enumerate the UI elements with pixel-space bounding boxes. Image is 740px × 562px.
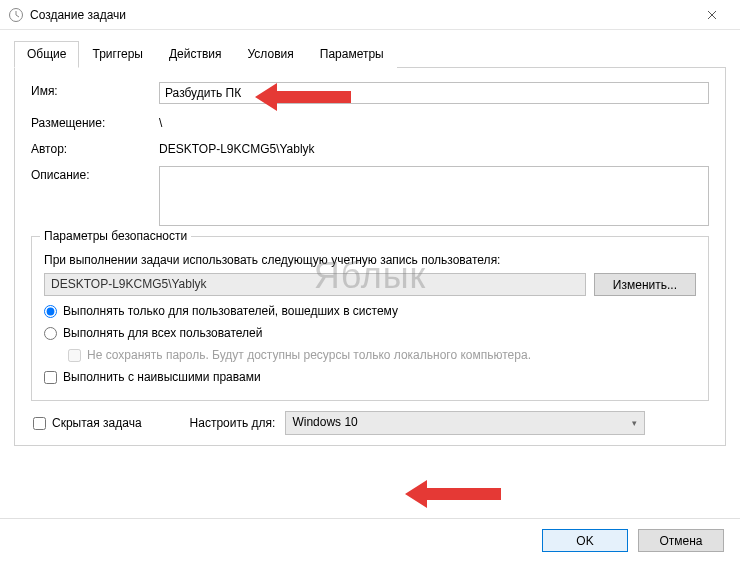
highest-privileges-label: Выполнить с наивысшими правами [63, 370, 261, 384]
security-group: Параметры безопасности При выполнении за… [31, 236, 709, 401]
tab-label: Общие [27, 47, 66, 61]
tab-label: Условия [248, 47, 294, 61]
security-desc: При выполнении задачи использовать следу… [44, 253, 696, 267]
tab-label: Параметры [320, 47, 384, 61]
annotation-arrow-icon [405, 474, 505, 514]
name-input[interactable] [159, 82, 709, 104]
tab-actions[interactable]: Действия [156, 41, 235, 68]
svg-marker-2 [405, 480, 501, 508]
highest-privileges-checkbox[interactable] [44, 371, 57, 384]
location-value: \ [159, 114, 162, 130]
account-field: DESKTOP-L9KCMG5\Yablyk [44, 273, 586, 296]
radio-logged-on-label: Выполнять только для пользователей, воше… [63, 304, 398, 318]
tab-label: Действия [169, 47, 222, 61]
close-button[interactable] [692, 1, 732, 29]
tab-body-general: Имя: Размещение: \ Автор: DESKTOP-L9KCMG… [14, 68, 726, 446]
cancel-button[interactable]: Отмена [638, 529, 724, 552]
hidden-task-checkbox[interactable] [33, 417, 46, 430]
author-label: Автор: [31, 140, 159, 156]
tab-label: Триггеры [92, 47, 143, 61]
tab-settings[interactable]: Параметры [307, 41, 397, 68]
clock-icon [8, 7, 24, 23]
change-user-button[interactable]: Изменить... [594, 273, 696, 296]
hidden-task-label: Скрытая задача [52, 416, 142, 430]
description-label: Описание: [31, 166, 159, 182]
titlebar: Создание задачи [0, 0, 740, 30]
dialog-footer: OK Отмена [0, 518, 740, 562]
configure-for-value: Windows 10 [292, 415, 357, 429]
configure-for-select[interactable]: Windows 10 [285, 411, 645, 435]
no-store-password-label: Не сохранять пароль. Будут доступны ресу… [87, 348, 531, 362]
description-input[interactable] [159, 166, 709, 226]
window-title: Создание задачи [30, 8, 126, 22]
tab-general[interactable]: Общие [14, 41, 79, 68]
no-store-password-checkbox [68, 349, 81, 362]
author-value: DESKTOP-L9KCMG5\Yablyk [159, 140, 315, 156]
close-icon [707, 10, 717, 20]
security-group-title: Параметры безопасности [40, 229, 191, 243]
tab-conditions[interactable]: Условия [235, 41, 307, 68]
configure-for-label: Настроить для: [190, 416, 276, 430]
tab-strip: Общие Триггеры Действия Условия Параметр… [14, 40, 726, 68]
location-label: Размещение: [31, 114, 159, 130]
radio-logged-on[interactable] [44, 305, 57, 318]
name-label: Имя: [31, 82, 159, 98]
ok-button[interactable]: OK [542, 529, 628, 552]
radio-all-users-label: Выполнять для всех пользователей [63, 326, 262, 340]
tab-triggers[interactable]: Триггеры [79, 41, 156, 68]
radio-all-users[interactable] [44, 327, 57, 340]
